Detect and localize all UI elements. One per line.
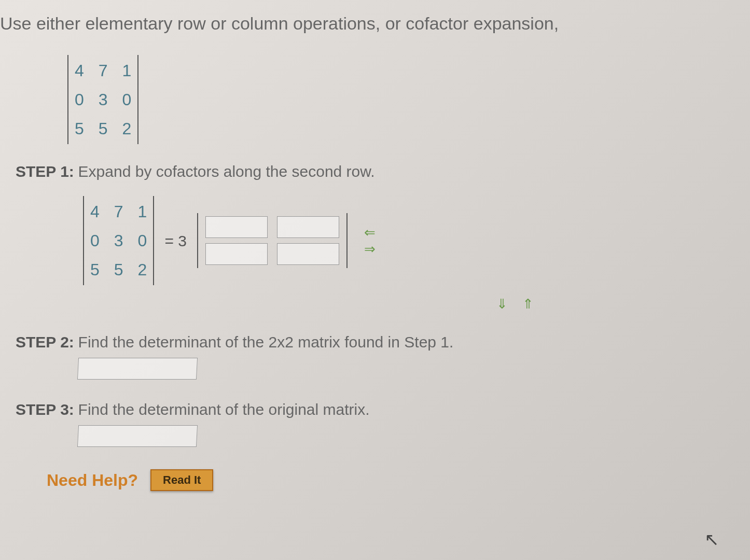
original-matrix-determinant: 4 7 1 0 3 0 5 5 2 [67,55,138,144]
problem-instruction: Use either elementary row or column oper… [0,10,750,37]
matrix-cell: 4 [75,58,84,83]
read-it-button[interactable]: Read It [150,469,213,491]
matrix-cell: 5 [75,116,84,141]
step-1-text: Expand by cofactors along the second row… [78,163,375,180]
matrix-cell: 5 [99,116,108,141]
matrix-cell: 3 [114,228,123,253]
matrix-cell: 2 [122,116,132,141]
arrow-left-icon[interactable]: ⇐ [364,226,376,239]
matrix-cell: 7 [99,58,108,83]
matrix-cell: 1 [122,58,132,83]
arrow-right-icon[interactable]: ⇒ [364,242,376,256]
equals-3: = 3 [164,229,187,253]
minor-cell-input-r1c2[interactable] [277,216,339,238]
matrix-3x3: 4 7 1 0 3 0 5 5 2 [68,55,137,144]
matrix-cell: 5 [90,257,100,282]
matrix-cell: 1 [138,199,147,224]
matrix-cell: 0 [122,87,132,112]
step-3-label: STEP 3: [16,401,74,418]
matrix-cell: 0 [75,87,84,112]
step1-matrix-determinant: 4 7 1 0 3 0 5 5 2 [83,196,154,285]
matrix-cell: 3 [99,87,108,112]
matrix-cell: 2 [138,257,147,282]
step-1-label: STEP 1: [16,163,74,180]
det-bar-right [153,196,154,285]
matrix-cell: 7 [114,199,123,224]
step-2-label: STEP 2: [16,333,74,351]
step-2-row: STEP 2: Find the determinant of the 2x2 … [16,330,750,380]
matrix-cell: 0 [90,228,100,253]
step-2-text: Find the determinant of the 2x2 matrix f… [78,333,454,351]
minor-cell-input-r2c2[interactable] [277,243,339,265]
det-bar-right [137,55,138,144]
step-3-text: Find the determinant of the original mat… [78,401,370,418]
arrow-down-icon[interactable]: ⇓ [496,296,513,312]
matrix-size-controls-horizontal: ⇐ ⇒ [364,226,376,256]
help-row: Need Help? Read It [47,468,750,493]
step-1-row: STEP 1: Expand by cofactors along the se… [16,160,750,183]
matrix-cell: 0 [138,228,147,253]
step1-2x2-input-determinant [197,213,348,268]
det-bar-right [346,213,348,268]
matrix-size-controls-vertical: ⇓ ⇑ [285,293,750,315]
step-3-answer-input[interactable] [77,425,198,447]
minor-cell-input-r2c1[interactable] [205,243,268,265]
minor-cell-input-r1c1[interactable] [205,216,268,238]
step-2-answer-input[interactable] [77,358,198,380]
need-help-label: Need Help? [47,468,138,493]
step-1-equation: 4 7 1 0 3 0 5 5 2 = 3 ⇐ [83,196,750,285]
step-3-row: STEP 3: Find the determinant of the orig… [16,398,750,447]
arrow-up-icon[interactable]: ⇑ [522,296,539,312]
cursor-icon: ↖ [704,526,719,553]
matrix-3x3-copy: 4 7 1 0 3 0 5 5 2 [84,196,153,285]
matrix-cell: 5 [114,257,123,282]
matrix-2x2-inputs [198,213,346,268]
matrix-cell: 4 [90,199,100,224]
